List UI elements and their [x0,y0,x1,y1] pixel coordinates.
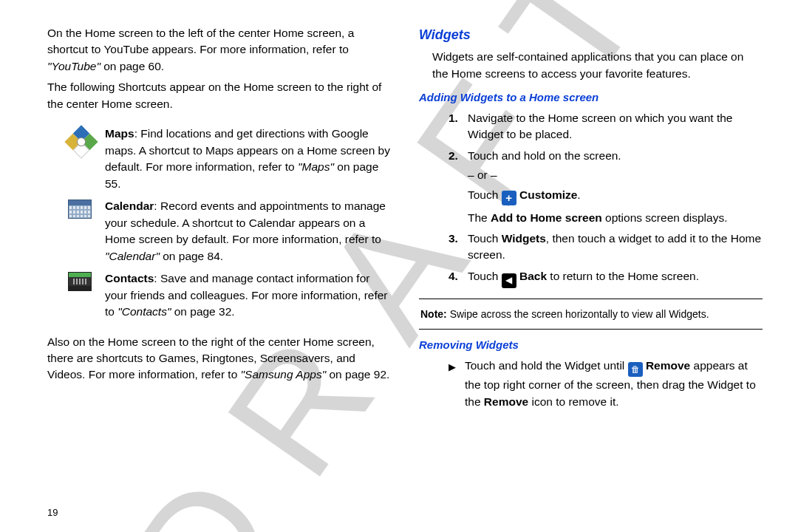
text: Touch [468,188,502,201]
page-number: 19 [47,506,58,520]
trash-icon: 🗑 [628,362,643,377]
text: On the Home screen to the left of the ce… [47,27,354,55]
removing-widgets-heading: Removing Widgets [419,337,763,353]
result-line: The Add to Home screen options screen di… [468,210,763,226]
contacts-shortcut-row: Contacts: Save and manage contact inform… [68,270,391,320]
text: Touch and hold the Widget until [465,359,628,372]
add-to-home-label: Add to Home screen [491,211,602,224]
text: on page 92. [326,368,389,381]
step-text: Navigate to the Home screen on which you… [468,110,763,143]
back-label: Back [519,270,547,282]
bullet-icon: ▶ [449,358,465,411]
intro-paragraph-2: The following Shortcuts appear on the Ho… [47,79,391,112]
removing-text: Touch and hold the Widget until 🗑 Remove… [465,358,763,411]
text: Touch and hold on the screen. [468,148,763,164]
step-number: 3. [449,231,468,264]
back-icon: ◀ [502,273,516,288]
contacts-icon [68,270,93,291]
widgets-heading: Widgets [419,25,763,44]
contacts-label: Contacts [105,272,154,284]
step-4: 4. Touch ◀ Back to return to the Home sc… [449,268,763,288]
adding-widgets-heading: Adding Widgets to a Home screen [419,89,763,106]
step-text: Touch and hold on the screen. – or – Tou… [468,148,763,226]
text: on page 32. [171,305,234,318]
text: on page 60. [100,60,164,72]
step-number: 2. [449,148,468,226]
step-text: Touch ◀ Back to return to the Home scree… [468,268,763,288]
text: icon to remove it. [528,395,618,408]
plus-icon: + [502,191,516,205]
outro-paragraph: Also on the Home screen to the right of … [47,334,391,383]
maps-icon [68,126,93,154]
maps-shortcut-row: Maps: Find locations and get directions … [68,126,391,192]
calendar-label: Calendar [105,200,154,212]
contacts-description: Contacts: Save and manage contact inform… [105,270,391,320]
maps-label: Maps [105,127,134,140]
left-column: On the Home screen to the left of the ce… [47,25,391,415]
calendar-description: Calendar: Record events and appointments… [105,198,391,265]
text: on page 84. [160,250,223,262]
calendar-icon [68,198,93,219]
note-box: Note: Swipe across the screen horizontal… [419,299,763,330]
text: Touch [468,270,502,282]
touch-customize-line: Touch + Customize. [468,187,763,205]
calendar-reference: "Calendar" [105,250,160,262]
calendar-shortcut-row: Calendar: Record events and appointments… [68,198,391,265]
text: Touch [468,232,502,245]
two-column-layout: On the Home screen to the left of the ce… [47,25,763,415]
samsung-apps-reference: "Samsung Apps" [241,368,327,381]
text: The [468,211,491,224]
adding-steps-list: 1. Navigate to the Home screen on which … [419,110,763,288]
step-3: 3. Touch Widgets, then touch a widget to… [449,231,763,264]
remove-label: Remove [646,359,690,372]
text: . [577,188,580,201]
maps-description: Maps: Find locations and get directions … [105,126,391,192]
note-text: Swipe across the screen horizontally to … [447,308,709,320]
intro-paragraph-1: On the Home screen to the left of the ce… [47,25,391,75]
removing-bullet: ▶ Touch and hold the Widget until 🗑 Remo… [419,358,763,411]
widgets-intro: Widgets are self-contained applications … [419,49,763,82]
customize-label: Customize [519,188,577,201]
contacts-reference: "Contacts" [117,305,171,318]
step-1: 1. Navigate to the Home screen on which … [449,110,763,143]
remove-label-2: Remove [484,395,528,408]
or-divider: – or – [468,167,763,183]
note-label: Note: [420,308,447,320]
text: to return to the Home screen. [547,270,699,282]
right-column: Widgets Widgets are self-contained appli… [419,25,763,415]
step-text: Touch Widgets, then touch a widget to ad… [468,231,763,264]
widgets-label: Widgets [502,232,546,245]
step-number: 1. [449,110,468,143]
youtube-reference: "YouTube" [47,60,100,72]
text: options screen displays. [602,211,728,224]
maps-reference: "Maps" [298,160,334,173]
step-number: 4. [449,268,468,288]
step-2: 2. Touch and hold on the screen. – or – … [449,148,763,226]
